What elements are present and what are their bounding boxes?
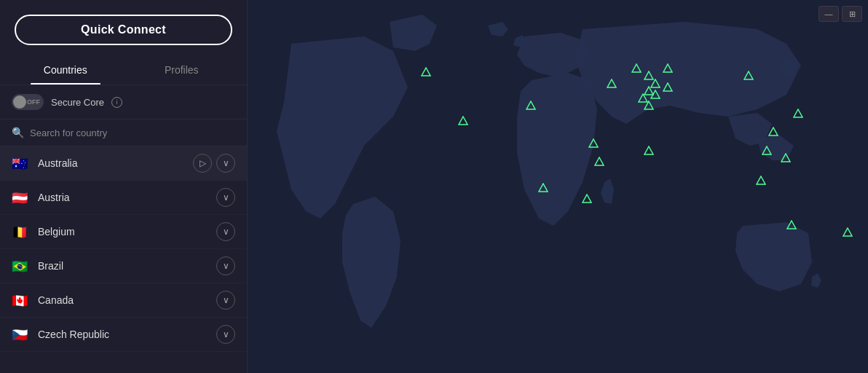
country-actions-australia: ▷ ∨ xyxy=(193,154,235,173)
country-name-australia: Australia xyxy=(38,157,193,169)
country-connect-australia[interactable]: ▷ xyxy=(193,154,212,173)
country-name-canada: Canada xyxy=(38,294,216,306)
country-actions-austria: ∨ xyxy=(216,188,235,207)
country-name-czech: Czech Republic xyxy=(38,329,216,340)
tabs-row: Countries Profiles xyxy=(0,55,247,85)
search-icon: 🔍 xyxy=(12,127,24,138)
map-expand-button[interactable]: ⊞ xyxy=(842,6,862,22)
flag-czech: 🇨🇿 xyxy=(12,329,29,340)
country-item-austria[interactable]: 🇦🇹 Austria ∨ xyxy=(0,181,247,215)
country-expand-canada[interactable]: ∨ xyxy=(216,291,235,310)
flag-austria: 🇦🇹 xyxy=(12,192,29,203)
toggle-knob xyxy=(13,95,26,109)
toggle-state-label: OFF xyxy=(27,98,40,106)
country-actions-belgium: ∨ xyxy=(216,222,235,241)
country-item-brazil[interactable]: 🇧🇷 Brazil ∨ xyxy=(0,249,247,283)
country-expand-australia[interactable]: ∨ xyxy=(216,154,235,173)
country-expand-austria[interactable]: ∨ xyxy=(216,188,235,207)
tab-countries[interactable]: Countries xyxy=(7,55,124,85)
country-item-australia[interactable]: 🇦🇺 Australia ▷ ∨ xyxy=(0,146,247,181)
quick-connect-area: Quick Connect xyxy=(0,0,247,55)
country-list: 🇦🇺 Australia ▷ ∨ 🇦🇹 Austria ∨ 🇧🇪 Belgium… xyxy=(0,146,247,373)
country-expand-brazil[interactable]: ∨ xyxy=(216,256,235,275)
country-actions-canada: ∨ xyxy=(216,291,235,310)
flag-canada: 🇨🇦 xyxy=(12,294,29,306)
country-item-czech[interactable]: 🇨🇿 Czech Republic ∨ xyxy=(0,318,247,352)
secure-core-info-icon[interactable]: i xyxy=(111,97,122,108)
quick-connect-button[interactable]: Quick Connect xyxy=(15,15,232,45)
flag-belgium: 🇧🇪 xyxy=(12,226,29,237)
secure-core-label: Secure Core xyxy=(51,97,104,108)
secure-core-row: OFF Secure Core i xyxy=(0,85,247,119)
search-row: 🔍 xyxy=(0,119,247,146)
search-input[interactable] xyxy=(30,127,235,138)
country-name-brazil: Brazil xyxy=(38,260,216,272)
map-controls: — ⊞ xyxy=(818,6,862,22)
country-item-canada[interactable]: 🇨🇦 Canada ∨ xyxy=(0,283,247,318)
country-expand-belgium[interactable]: ∨ xyxy=(216,222,235,241)
sidebar: Quick Connect Countries Profiles OFF Sec… xyxy=(0,0,248,373)
flag-australia: 🇦🇺 xyxy=(12,157,29,169)
flag-brazil: 🇧🇷 xyxy=(12,260,29,272)
map-minimize-button[interactable]: — xyxy=(818,6,839,22)
country-name-austria: Austria xyxy=(38,192,216,203)
secure-core-toggle[interactable]: OFF xyxy=(12,94,44,110)
country-expand-czech[interactable]: ∨ xyxy=(216,325,235,344)
country-name-belgium: Belgium xyxy=(38,226,216,237)
map-area: — ⊞ xyxy=(248,0,868,373)
country-actions-brazil: ∨ xyxy=(216,256,235,275)
world-map xyxy=(248,0,868,373)
country-item-belgium[interactable]: 🇧🇪 Belgium ∨ xyxy=(0,215,247,249)
country-actions-czech: ∨ xyxy=(216,325,235,344)
tab-profiles[interactable]: Profiles xyxy=(124,55,240,85)
